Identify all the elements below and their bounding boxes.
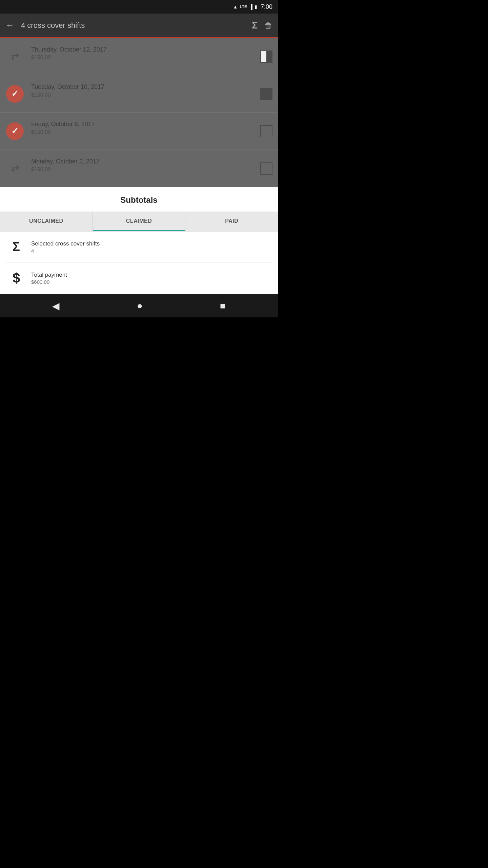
subtotals-stats: Σ Selected cross cover shifts 4 $ Total …: [0, 232, 278, 294]
shift-item[interactable]: ⇄ Thursday, October 12, 2017 $150.00 Pur…: [0, 38, 278, 75]
status-time: 7:00: [261, 3, 272, 11]
subtotals-tabs: UNCLAIMED CLAIMED PAID: [0, 212, 278, 232]
sigma-icon: Σ: [8, 240, 24, 254]
shift-checkbox[interactable]: [260, 51, 272, 63]
shift-team: Purple team: [31, 61, 260, 67]
shift-checkbox[interactable]: [260, 162, 272, 175]
stat-shifts-label: Selected cross cover shifts: [31, 240, 100, 247]
shift-list: ⇄ Thursday, October 12, 2017 $150.00 Pur…: [0, 38, 278, 187]
shift-details: Friday, October 6, 2017 $150.00 Red team: [31, 121, 260, 142]
shift-checkbox[interactable]: [260, 125, 272, 137]
nav-home-button[interactable]: ●: [137, 300, 143, 311]
shift-item[interactable]: Friday, October 6, 2017 $150.00 Red team: [0, 113, 278, 150]
stat-row-payment: $ Total payment $600.00: [5, 262, 272, 294]
shift-date: Monday, October 2, 2017: [31, 158, 260, 165]
shift-amount: $150.00: [31, 55, 260, 61]
arrows-icon: ⇄: [11, 51, 19, 62]
shift-date: Thursday, October 12, 2017: [31, 46, 260, 53]
battery-icon: ▮: [255, 4, 257, 9]
nav-back-button[interactable]: ◀: [52, 300, 60, 312]
signal-icon: ▐: [249, 4, 252, 9]
stat-payment-label: Total payment: [31, 272, 67, 278]
check-icon: [6, 122, 24, 140]
status-bar: ▲ LTE ▐ ▮ 7:00: [0, 0, 278, 14]
stat-payment-value: $600.00: [31, 279, 67, 285]
back-button[interactable]: ←: [5, 20, 14, 31]
stat-shifts-content: Selected cross cover shifts 4: [31, 240, 100, 254]
shift-details: Monday, October 2, 2017 $150.00 Cardiolo…: [31, 158, 260, 179]
check-icon: [6, 85, 24, 103]
page-title: 4 cross cover shifts: [21, 21, 246, 30]
shift-team: Red team: [31, 136, 260, 142]
shift-status-icon: [5, 122, 24, 141]
shift-status-icon: ⇄: [5, 47, 24, 66]
shift-team: Cardiology: [31, 173, 260, 179]
shift-item[interactable]: ⇄ Monday, October 2, 2017 $150.00 Cardio…: [0, 150, 278, 187]
shift-amount: $150.00: [31, 129, 260, 135]
nav-bar: ◀ ● ■: [0, 294, 278, 317]
tab-paid[interactable]: PAID: [185, 212, 278, 231]
sum-button[interactable]: Σ: [252, 20, 258, 31]
subtotals-panel: Subtotals UNCLAIMED CLAIMED PAID Σ Selec…: [0, 187, 278, 294]
shift-checkbox[interactable]: [260, 88, 272, 100]
tab-claimed[interactable]: CLAIMED: [93, 212, 186, 231]
tab-unclaimed[interactable]: UNCLAIMED: [0, 212, 93, 231]
shift-amount: $150.00: [31, 92, 260, 98]
stat-row-shifts: Σ Selected cross cover shifts 4: [5, 232, 272, 262]
nav-square-button[interactable]: ■: [220, 300, 226, 311]
arrows-icon: ⇄: [11, 163, 19, 174]
shift-item[interactable]: Tuesday, October 10, 2017 $150.00 Green …: [0, 75, 278, 113]
shift-amount: $150.00: [31, 166, 260, 173]
wifi-icon: ▲: [233, 4, 238, 9]
subtotals-title: Subtotals: [0, 195, 278, 205]
header-actions: Σ 🗑: [252, 20, 272, 31]
status-icons: ▲ LTE ▐ ▮ 7:00: [233, 3, 272, 11]
stat-shifts-value: 4: [31, 248, 100, 254]
shift-status-icon: [5, 84, 24, 103]
shift-date: Friday, October 6, 2017: [31, 121, 260, 128]
shift-status-icon: ⇄: [5, 159, 24, 178]
shift-date: Tuesday, October 10, 2017: [31, 83, 260, 91]
delete-button[interactable]: 🗑: [264, 21, 272, 30]
lte-icon: LTE: [240, 4, 247, 9]
dollar-icon: $: [8, 271, 24, 286]
shift-details: Tuesday, October 10, 2017 $150.00 Green …: [31, 83, 260, 104]
shift-team: Green team: [31, 99, 260, 104]
app-header: ← 4 cross cover shifts Σ 🗑: [0, 14, 278, 38]
shift-details: Thursday, October 12, 2017 $150.00 Purpl…: [31, 46, 260, 67]
stat-payment-content: Total payment $600.00: [31, 272, 67, 285]
